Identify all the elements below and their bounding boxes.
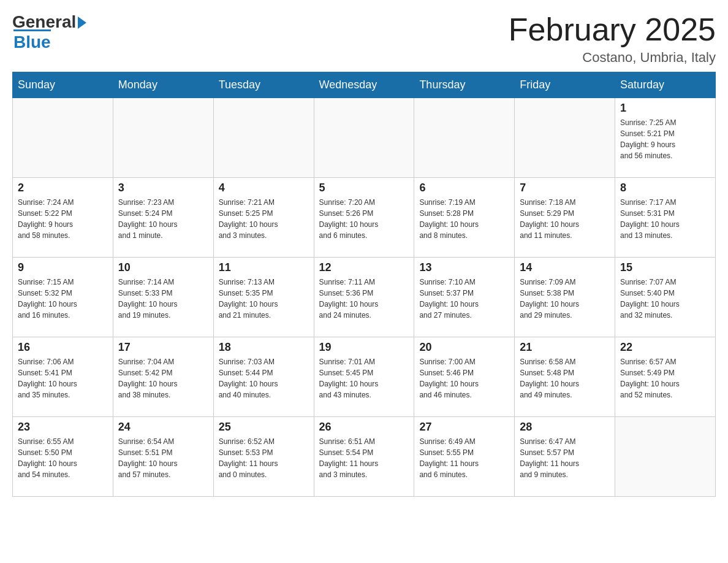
header-thursday: Thursday	[414, 72, 515, 98]
header-sunday: Sunday	[13, 72, 113, 98]
calendar-cell: 5Sunrise: 7:20 AM Sunset: 5:26 PM Daylig…	[314, 178, 414, 258]
day-number: 23	[18, 421, 108, 434]
day-number: 16	[18, 341, 108, 354]
day-info: Sunrise: 7:17 AM Sunset: 5:31 PM Dayligh…	[620, 197, 710, 241]
calendar-cell: 7Sunrise: 7:18 AM Sunset: 5:29 PM Daylig…	[515, 178, 615, 258]
day-info: Sunrise: 7:10 AM Sunset: 5:37 PM Dayligh…	[419, 277, 509, 321]
calendar-week-row: 9Sunrise: 7:15 AM Sunset: 5:32 PM Daylig…	[13, 258, 716, 337]
calendar-week-row: 16Sunrise: 7:06 AM Sunset: 5:41 PM Dayli…	[13, 337, 716, 417]
calendar-cell: 15Sunrise: 7:07 AM Sunset: 5:40 PM Dayli…	[615, 258, 716, 337]
day-number: 28	[520, 421, 610, 434]
day-number: 24	[118, 421, 208, 434]
logo-arrow	[78, 17, 86, 29]
calendar-cell: 9Sunrise: 7:15 AM Sunset: 5:32 PM Daylig…	[13, 258, 113, 337]
day-info: Sunrise: 7:07 AM Sunset: 5:40 PM Dayligh…	[620, 277, 710, 321]
calendar-cell: 16Sunrise: 7:06 AM Sunset: 5:41 PM Dayli…	[13, 337, 113, 417]
title-section: February 2025 Costano, Umbria, Italy	[509, 12, 716, 66]
calendar-week-row: 2Sunrise: 7:24 AM Sunset: 5:22 PM Daylig…	[13, 178, 716, 258]
location-text: Costano, Umbria, Italy	[509, 50, 716, 66]
day-info: Sunrise: 7:01 AM Sunset: 5:45 PM Dayligh…	[319, 356, 409, 400]
day-info: Sunrise: 7:13 AM Sunset: 5:35 PM Dayligh…	[219, 277, 309, 321]
day-info: Sunrise: 6:58 AM Sunset: 5:48 PM Dayligh…	[520, 356, 610, 400]
day-info: Sunrise: 7:11 AM Sunset: 5:36 PM Dayligh…	[319, 277, 409, 321]
calendar-cell: 12Sunrise: 7:11 AM Sunset: 5:36 PM Dayli…	[314, 258, 414, 337]
day-info: Sunrise: 6:49 AM Sunset: 5:55 PM Dayligh…	[419, 436, 509, 480]
day-info: Sunrise: 7:19 AM Sunset: 5:28 PM Dayligh…	[419, 197, 509, 241]
calendar-cell: 6Sunrise: 7:19 AM Sunset: 5:28 PM Daylig…	[414, 178, 515, 258]
header-wednesday: Wednesday	[314, 72, 414, 98]
calendar-cell: 28Sunrise: 6:47 AM Sunset: 5:57 PM Dayli…	[515, 417, 615, 497]
day-number: 12	[319, 261, 409, 274]
calendar-cell	[314, 98, 414, 178]
calendar-cell: 1Sunrise: 7:25 AM Sunset: 5:21 PM Daylig…	[615, 98, 716, 178]
day-info: Sunrise: 7:03 AM Sunset: 5:44 PM Dayligh…	[219, 356, 309, 400]
calendar-cell: 13Sunrise: 7:10 AM Sunset: 5:37 PM Dayli…	[414, 258, 515, 337]
day-info: Sunrise: 6:51 AM Sunset: 5:54 PM Dayligh…	[319, 436, 409, 480]
header-friday: Friday	[515, 72, 615, 98]
day-info: Sunrise: 7:25 AM Sunset: 5:21 PM Dayligh…	[620, 117, 710, 161]
calendar-cell: 4Sunrise: 7:21 AM Sunset: 5:25 PM Daylig…	[213, 178, 314, 258]
calendar-cell: 21Sunrise: 6:58 AM Sunset: 5:48 PM Dayli…	[515, 337, 615, 417]
day-info: Sunrise: 7:06 AM Sunset: 5:41 PM Dayligh…	[18, 356, 108, 400]
day-number: 9	[18, 261, 108, 274]
calendar-cell: 2Sunrise: 7:24 AM Sunset: 5:22 PM Daylig…	[13, 178, 113, 258]
day-info: Sunrise: 7:21 AM Sunset: 5:25 PM Dayligh…	[219, 197, 309, 241]
day-number: 10	[118, 261, 208, 274]
day-info: Sunrise: 7:24 AM Sunset: 5:22 PM Dayligh…	[18, 197, 108, 241]
calendar-cell: 27Sunrise: 6:49 AM Sunset: 5:55 PM Dayli…	[414, 417, 515, 497]
calendar-cell	[515, 98, 615, 178]
day-info: Sunrise: 7:18 AM Sunset: 5:29 PM Dayligh…	[520, 197, 610, 241]
calendar-cell	[615, 417, 716, 497]
calendar-cell: 14Sunrise: 7:09 AM Sunset: 5:38 PM Dayli…	[515, 258, 615, 337]
calendar-week-row: 23Sunrise: 6:55 AM Sunset: 5:50 PM Dayli…	[13, 417, 716, 497]
day-info: Sunrise: 7:14 AM Sunset: 5:33 PM Dayligh…	[118, 277, 208, 321]
day-number: 25	[219, 421, 309, 434]
day-info: Sunrise: 7:15 AM Sunset: 5:32 PM Dayligh…	[18, 277, 108, 321]
day-info: Sunrise: 6:54 AM Sunset: 5:51 PM Dayligh…	[118, 436, 208, 480]
day-info: Sunrise: 7:23 AM Sunset: 5:24 PM Dayligh…	[118, 197, 208, 241]
month-title: February 2025	[509, 12, 716, 47]
day-number: 8	[620, 182, 710, 194]
logo: General Blue	[12, 12, 86, 52]
calendar-cell: 26Sunrise: 6:51 AM Sunset: 5:54 PM Dayli…	[314, 417, 414, 497]
calendar-cell: 24Sunrise: 6:54 AM Sunset: 5:51 PM Dayli…	[113, 417, 213, 497]
calendar-cell: 11Sunrise: 7:13 AM Sunset: 5:35 PM Dayli…	[213, 258, 314, 337]
header-saturday: Saturday	[615, 72, 716, 98]
calendar-cell	[113, 98, 213, 178]
header-monday: Monday	[113, 72, 213, 98]
calendar-cell	[213, 98, 314, 178]
day-info: Sunrise: 6:55 AM Sunset: 5:50 PM Dayligh…	[18, 436, 108, 480]
day-info: Sunrise: 6:52 AM Sunset: 5:53 PM Dayligh…	[219, 436, 309, 480]
day-number: 26	[319, 421, 409, 434]
day-info: Sunrise: 6:57 AM Sunset: 5:49 PM Dayligh…	[620, 356, 710, 400]
day-number: 4	[219, 182, 309, 194]
day-info: Sunrise: 7:20 AM Sunset: 5:26 PM Dayligh…	[319, 197, 409, 241]
header-tuesday: Tuesday	[213, 72, 314, 98]
day-number: 22	[620, 341, 710, 354]
calendar-cell: 22Sunrise: 6:57 AM Sunset: 5:49 PM Dayli…	[615, 337, 716, 417]
day-number: 7	[520, 182, 610, 194]
day-number: 2	[18, 182, 108, 194]
day-info: Sunrise: 6:47 AM Sunset: 5:57 PM Dayligh…	[520, 436, 610, 480]
day-info: Sunrise: 7:09 AM Sunset: 5:38 PM Dayligh…	[520, 277, 610, 321]
day-number: 17	[118, 341, 208, 354]
day-number: 15	[620, 261, 710, 274]
calendar-cell: 8Sunrise: 7:17 AM Sunset: 5:31 PM Daylig…	[615, 178, 716, 258]
calendar-cell: 20Sunrise: 7:00 AM Sunset: 5:46 PM Dayli…	[414, 337, 515, 417]
calendar-cell	[414, 98, 515, 178]
calendar-cell: 17Sunrise: 7:04 AM Sunset: 5:42 PM Dayli…	[113, 337, 213, 417]
calendar-cell: 3Sunrise: 7:23 AM Sunset: 5:24 PM Daylig…	[113, 178, 213, 258]
day-number: 19	[319, 341, 409, 354]
day-info: Sunrise: 7:04 AM Sunset: 5:42 PM Dayligh…	[118, 356, 208, 400]
calendar-cell: 10Sunrise: 7:14 AM Sunset: 5:33 PM Dayli…	[113, 258, 213, 337]
calendar-week-row: 1Sunrise: 7:25 AM Sunset: 5:21 PM Daylig…	[13, 98, 716, 178]
calendar-cell	[13, 98, 113, 178]
day-number: 1	[620, 102, 710, 115]
logo-blue-section: Blue	[13, 29, 51, 52]
day-number: 21	[520, 341, 610, 354]
day-info: Sunrise: 7:00 AM Sunset: 5:46 PM Dayligh…	[419, 356, 509, 400]
day-number: 6	[419, 182, 509, 194]
calendar-header-row: Sunday Monday Tuesday Wednesday Thursday…	[13, 72, 716, 98]
day-number: 20	[419, 341, 509, 354]
calendar-table: Sunday Monday Tuesday Wednesday Thursday…	[12, 72, 716, 497]
